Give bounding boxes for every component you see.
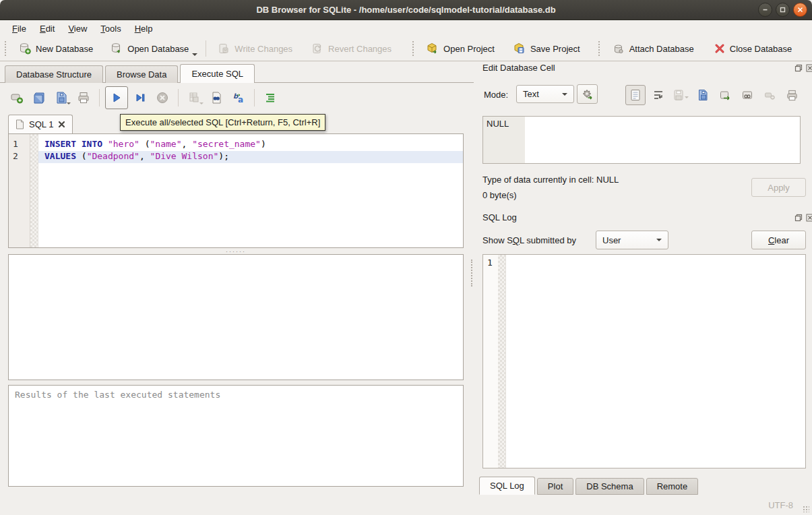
close-database-button[interactable]: Close Database (708, 39, 799, 58)
print-cell-button[interactable] (782, 86, 801, 104)
save-project-button[interactable]: Save Project (507, 38, 586, 59)
tab-sql-log[interactable]: SQL Log (479, 477, 535, 495)
auto-switch-mode-button[interactable] (577, 84, 598, 104)
float-dock-button[interactable] (794, 213, 803, 222)
write-changes-label: Write Changes (235, 44, 292, 54)
results-grid-pane[interactable] (8, 254, 464, 380)
set-null-icon (763, 89, 776, 101)
gear-arrow-icon (582, 88, 594, 100)
tooltip-text: Execute all/selected SQL [Ctrl+Return, F… (125, 117, 320, 127)
vertical-splitter[interactable] (471, 260, 472, 286)
open-database-button[interactable]: Open Database (104, 38, 195, 59)
window-title: DB Browser for SQLite - /home/user/code/… (256, 5, 555, 15)
close-icon (806, 64, 812, 72)
execute-sql-button[interactable] (105, 86, 128, 109)
save-sql-dropdown[interactable] (67, 96, 71, 107)
open-sql-file-button[interactable] (29, 88, 49, 108)
open-project-button[interactable]: Open Project (420, 38, 501, 59)
save-gray-icon (673, 89, 685, 101)
tab-database-structure-label: Database Structure (16, 69, 92, 80)
close-dock-button[interactable] (805, 213, 812, 222)
tab-browse-data[interactable]: Browse Data (105, 65, 178, 83)
dock-tabbar: SQL Log Plot DB Schema Remote (479, 477, 698, 495)
cell-size-info: 0 byte(s) (482, 190, 517, 200)
apply-button-label: Apply (768, 183, 790, 193)
float-dock-button[interactable] (794, 63, 803, 72)
new-sql-tab-button[interactable] (7, 88, 27, 108)
tab-remote[interactable]: Remote (646, 478, 699, 495)
import-icon (697, 89, 709, 101)
word-wrap-button[interactable] (649, 86, 668, 104)
sql-log-content[interactable] (506, 255, 805, 468)
sql-tab-1[interactable]: SQL 1 (8, 115, 73, 133)
sql-editor[interactable]: 12 INSERT INTO "hero" ("name", "secret_n… (8, 133, 464, 248)
svg-text:a: a (238, 95, 243, 104)
cell-type-info: Type of data currently in cell: NULL (482, 175, 619, 185)
sql-code-area[interactable]: INSERT INTO "hero" ("name", "secret_name… (38, 134, 463, 247)
sql-log-gutter: 1 (483, 255, 498, 468)
toolbar-drag-handle[interactable] (5, 41, 8, 56)
resize-grip[interactable] (803, 506, 809, 512)
menu-file[interactable]: File (5, 22, 33, 36)
sql-log-dock-title: SQL Log (482, 212, 517, 222)
sql-log-dock-buttons (794, 213, 812, 222)
close-tab-icon[interactable] (58, 121, 65, 128)
tab-database-structure[interactable]: Database Structure (5, 65, 103, 83)
execute-current-line-button[interactable] (130, 88, 150, 108)
horizontal-splitter[interactable]: ······ (8, 249, 464, 253)
write-changes-button: Write Changes (212, 38, 299, 59)
main-toolbar: New Database Open Database Write Changes… (0, 36, 812, 61)
tab-plot[interactable]: Plot (537, 478, 573, 495)
attach-database-icon (613, 42, 625, 55)
cell-editor[interactable]: NULL (482, 116, 801, 164)
find-icon (210, 91, 223, 104)
toolbar-drag-handle[interactable] (412, 41, 416, 56)
close-icon (806, 214, 812, 222)
new-database-icon (19, 42, 31, 55)
menu-help[interactable]: Help (128, 22, 160, 36)
export-to-file-button[interactable] (716, 86, 735, 104)
attach-database-button[interactable]: Attach Database (606, 38, 700, 59)
cell-editor-content[interactable] (525, 117, 800, 163)
new-database-button[interactable]: New Database (13, 38, 99, 59)
chevron-down-icon (656, 239, 662, 241)
export-cell-button (671, 86, 690, 104)
menu-view[interactable]: View (61, 22, 94, 36)
open-database-label: Open Database (127, 44, 189, 54)
results-placeholder: Results of the last executed statements (15, 390, 220, 400)
tab-db-schema[interactable]: DB Schema (575, 478, 644, 495)
sql-log-view[interactable]: 1 (482, 254, 806, 468)
close-button[interactable] (793, 3, 807, 17)
save-sql-file-button[interactable] (51, 88, 71, 108)
mode-label: Mode: (484, 90, 508, 100)
window-controls (758, 3, 807, 17)
import-cell-button[interactable] (693, 86, 712, 104)
cell-editor-gutter: NULL (483, 117, 525, 163)
encoding-indicator[interactable]: UTF-8 (768, 500, 793, 510)
tab-browse-data-label: Browse Data (117, 69, 166, 80)
print-icon (77, 91, 90, 104)
menu-tools[interactable]: Tools (94, 22, 127, 36)
copy-link-button[interactable] (738, 86, 757, 104)
auto-format-button[interactable]: b a (228, 88, 249, 108)
find-button[interactable] (206, 88, 226, 108)
clear-log-button[interactable]: Clear (751, 231, 806, 249)
minimize-button[interactable] (758, 3, 772, 17)
menubar: File Edit View Tools Help (0, 20, 812, 36)
maximize-button[interactable] (776, 3, 790, 17)
tab-execute-sql[interactable]: Execute SQL (180, 64, 255, 83)
results-message-pane[interactable]: Results of the last executed statements (8, 385, 464, 487)
close-dock-button[interactable] (805, 63, 812, 72)
mode-combobox[interactable]: Text (516, 85, 574, 103)
save-results-icon (187, 91, 201, 104)
print-sql-button[interactable] (73, 88, 94, 108)
set-null-button (760, 86, 779, 104)
chevron-down-icon (192, 53, 197, 56)
save-results-button (184, 88, 204, 108)
toolbar-drag-handle[interactable] (598, 41, 602, 56)
text-mode-button[interactable] (625, 85, 646, 105)
open-database-dropdown[interactable] (192, 48, 200, 61)
toggle-comment-button[interactable] (260, 88, 280, 108)
sql-log-filter-combobox[interactable]: User (596, 231, 668, 249)
menu-edit[interactable]: Edit (33, 22, 61, 36)
